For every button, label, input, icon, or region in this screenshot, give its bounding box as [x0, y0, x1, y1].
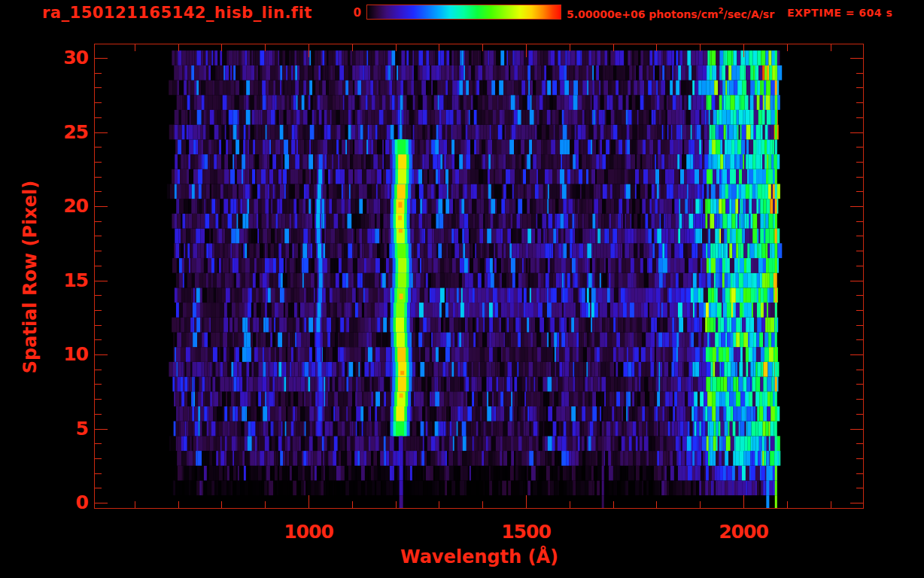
x-axis-title: Wavelength (Å): [400, 546, 558, 567]
y-tick-label: 0: [0, 492, 88, 513]
x-tick-label: 1500: [466, 521, 586, 543]
colorbar: [366, 5, 561, 20]
y-tick-label: 10: [0, 344, 88, 365]
colorbar-unit-suffix: /sec/A/sr: [724, 8, 775, 20]
x-tick-label: 2000: [683, 521, 804, 543]
colorbar-min-label: 0: [330, 6, 361, 20]
colorbar-max-label: 5.00000e+06 photons/cm2/sec/A/sr: [567, 7, 774, 20]
colorbar-max-value: 5.00000e+06 photons/cm: [567, 8, 719, 20]
y-tick-label: 30: [0, 47, 88, 68]
exposure-time-label: EXPTIME = 604 s: [787, 7, 892, 19]
x-tick-label: 1000: [248, 521, 369, 543]
spectral-image-canvas: [95, 44, 863, 508]
colorbar-unit-exponent: 2: [719, 7, 724, 15]
y-tick-label: 5: [0, 418, 88, 440]
y-tick-label: 15: [0, 270, 88, 291]
y-tick-label: 20: [0, 196, 88, 217]
y-tick-label: 25: [0, 122, 88, 143]
file-title: ra_150121165142_hisb_lin.fit: [42, 4, 312, 22]
plot-frame: [94, 44, 864, 509]
spectral-viewer-window: ra_150121165142_hisb_lin.fit 0 5.00000e+…: [0, 0, 924, 578]
